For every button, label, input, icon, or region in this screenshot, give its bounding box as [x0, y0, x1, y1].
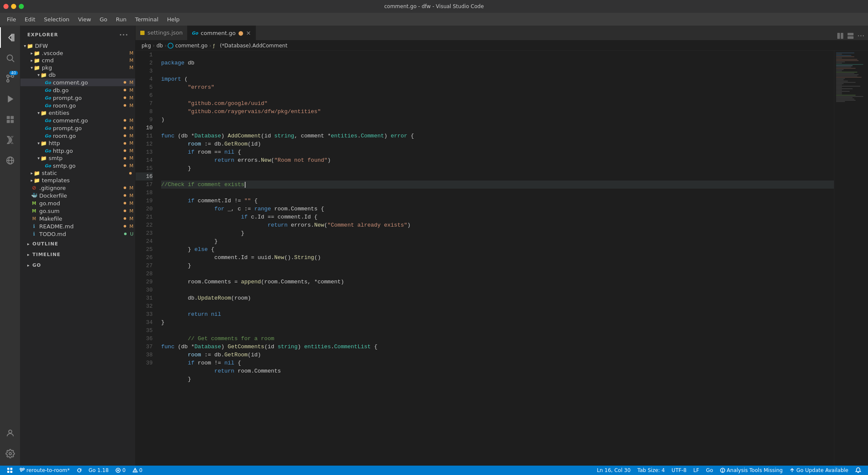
activity-accounts[interactable] — [0, 423, 20, 443]
prompt-go-label: prompt.go — [53, 95, 124, 101]
tree-pkg[interactable]: ▾ 📁 pkg M — [20, 64, 135, 71]
sidebar-go[interactable]: ▸ GO — [20, 259, 135, 270]
tree-ent-room-go[interactable]: Go room.go M — [20, 132, 135, 140]
tree-ent-comment-go[interactable]: Go comment.go M — [20, 117, 135, 124]
crumb-pkg[interactable]: pkg — [142, 43, 151, 49]
close-button[interactable] — [3, 4, 9, 9]
tree-http-go[interactable]: Go http.go M — [20, 147, 135, 154]
pkg-label: pkg — [42, 64, 129, 71]
status-encoding[interactable]: UTF-8 — [668, 467, 690, 473]
status-bar: reroute-to-room* Go 1.18 0 0 Ln 16, Col … — [0, 466, 868, 475]
sidebar-outline[interactable]: ▸ OUTLINE — [20, 238, 135, 248]
tree-prompt-go[interactable]: Go prompt.go M — [20, 94, 135, 102]
menu-terminal[interactable]: Terminal — [132, 15, 162, 24]
activity-settings[interactable] — [0, 443, 20, 464]
comment-go-tab-icon: Go — [192, 31, 198, 35]
cmd-label: cmd — [42, 57, 129, 64]
readme-label: README.md — [39, 223, 124, 230]
status-notifications[interactable] — [852, 467, 865, 473]
window-controls — [3, 4, 24, 9]
tree-go-mod[interactable]: M go.mod M — [20, 199, 135, 207]
http-label: http — [49, 140, 123, 146]
status-errors[interactable]: 0 — [112, 466, 129, 475]
status-position[interactable]: Ln 16, Col 30 — [593, 467, 634, 473]
tree-smtp[interactable]: ▾ 📁 smtp M — [20, 154, 135, 162]
activity-source-control[interactable]: 40 — [0, 68, 20, 89]
status-sync[interactable] — [73, 466, 85, 475]
tree-entities[interactable]: ▾ 📁 entities — [20, 109, 135, 117]
activity-extensions[interactable] — [0, 109, 20, 130]
status-remote[interactable] — [3, 466, 16, 475]
menu-edit[interactable]: Edit — [21, 15, 39, 24]
status-update[interactable]: Go Update Available — [786, 467, 852, 473]
split-editor-icon[interactable] — [837, 32, 844, 39]
tab-comment-go[interactable]: Go comment.go ● × — [188, 26, 256, 40]
tree-http[interactable]: ▾ 📁 http M — [20, 140, 135, 147]
tree-static[interactable]: ▸ 📁 static — [20, 169, 135, 177]
activity-run[interactable] — [0, 89, 20, 109]
svg-point-4 — [6, 80, 9, 82]
menu-go[interactable]: Go — [96, 15, 111, 24]
status-tab-size[interactable]: Tab Size: 4 — [634, 467, 668, 473]
minimize-button[interactable] — [11, 4, 16, 9]
ent-comment-go-dot — [124, 119, 126, 122]
editor-layout-icon[interactable] — [847, 32, 854, 39]
sidebar-timeline[interactable]: ▸ TIMELINE — [20, 248, 135, 259]
tree-db-go[interactable]: Go db.go M — [20, 86, 135, 94]
tree-dockerfile[interactable]: 🐳 Dockerfile M — [20, 192, 135, 199]
static-label: static — [42, 170, 129, 176]
status-analysis[interactable]: Analysis Tools Missing — [717, 467, 786, 473]
minimap — [834, 51, 868, 466]
tree-ent-prompt-go[interactable]: Go prompt.go M — [20, 124, 135, 132]
dockerfile-icon: 🐳 — [31, 192, 38, 199]
comment-go-label: comment.go — [53, 79, 124, 86]
status-branch[interactable]: reroute-to-room* — [16, 466, 73, 475]
maximize-button[interactable] — [19, 4, 24, 9]
crumb-db[interactable]: db — [156, 43, 163, 49]
smtp-go-dot — [124, 164, 126, 167]
static-dot — [129, 172, 132, 175]
status-warnings[interactable]: 0 — [129, 466, 146, 475]
menu-view[interactable]: View — [75, 15, 95, 24]
tree-cmd[interactable]: ▸ 📁 cmd M — [20, 57, 135, 64]
tab-settings-json[interactable]: settings.json — [136, 26, 188, 40]
status-language[interactable]: Go — [703, 467, 717, 473]
tree-comment-go[interactable]: Go comment.go M — [20, 79, 135, 86]
menu-file[interactable]: File — [3, 15, 20, 24]
tree-makefile[interactable]: M Makefile M — [20, 215, 135, 222]
http-go-badge: M — [130, 148, 134, 154]
crumb-func[interactable]: (*Database).AddComment — [220, 43, 287, 49]
tree-smtp-go[interactable]: Go smtp.go M — [20, 162, 135, 169]
tree-go-sum[interactable]: M go.sum M — [20, 207, 135, 215]
status-tab-size-label: Tab Size: 4 — [637, 467, 665, 473]
tab-more-button[interactable]: ··· — [857, 31, 865, 40]
activity-explorer[interactable] — [0, 27, 20, 48]
tab-close-button[interactable]: × — [246, 29, 251, 36]
tree-templates[interactable]: ▸ 📁 templates — [20, 177, 135, 184]
prompt-go-badge: M — [130, 95, 134, 101]
tab-settings-json-label: settings.json — [148, 29, 183, 36]
crumb-file[interactable]: comment.go — [175, 43, 208, 49]
http-go-dot — [124, 149, 126, 152]
tree-gitignore[interactable]: ⊘ .gitignore M — [20, 184, 135, 192]
code-area[interactable]: package db import ( "errors" "github.com… — [156, 51, 834, 466]
status-ln-col: Ln 16, Col 30 — [597, 467, 631, 473]
menu-selection[interactable]: Selection — [41, 15, 73, 24]
tree-vscode[interactable]: ▸ 📁 .vscode M — [20, 50, 135, 57]
tree-root[interactable]: ▾ 📁 DFW — [20, 42, 135, 50]
tree-todo[interactable]: ℹ TODO.md U — [20, 230, 135, 238]
activity-remote[interactable] — [0, 150, 20, 171]
status-go[interactable]: Go 1.18 — [85, 466, 112, 475]
menu-run[interactable]: Run — [113, 15, 130, 24]
activity-testing[interactable] — [0, 130, 20, 150]
status-eol[interactable]: LF — [690, 467, 703, 473]
activity-search[interactable] — [0, 48, 20, 68]
menu-help[interactable]: Help — [164, 15, 183, 24]
tree-readme[interactable]: ℹ README.md M — [20, 222, 135, 230]
tree-db[interactable]: ▾ 📁 db — [20, 71, 135, 79]
tree-room-go[interactable]: Go room.go M — [20, 102, 135, 109]
static-arrow: ▸ — [31, 171, 33, 175]
sidebar-more-button[interactable]: ··· — [119, 31, 128, 39]
ent-prompt-go-dot — [124, 127, 126, 129]
branch-icon — [20, 468, 25, 473]
